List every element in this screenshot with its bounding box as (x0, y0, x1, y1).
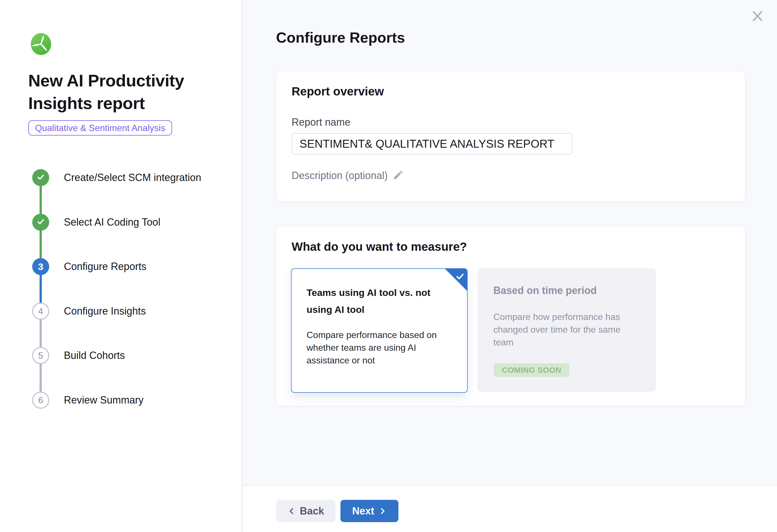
option-teams-vs-no-ai[interactable]: Teams using AI tool vs. not using AI too… (291, 268, 468, 393)
measure-heading: What do you want to measure? (292, 240, 467, 254)
step-label-configure-reports[interactable]: Configure Reports (64, 261, 146, 272)
description-label[interactable]: Description (optional) (292, 170, 387, 181)
report-type-badge: Qualitative & Sentiment Analysis (28, 120, 172, 136)
pencil-icon[interactable] (393, 170, 404, 181)
propeller-icon (30, 33, 51, 55)
check-icon (36, 217, 45, 228)
chevron-right-icon (378, 507, 387, 515)
step-number: 6 (38, 395, 43, 405)
step-connector-1 (39, 184, 42, 216)
step-number: 4 (38, 306, 43, 316)
back-button[interactable]: Back (276, 500, 335, 522)
option-time-period: Based on time period Compare how perform… (477, 268, 656, 392)
step-label-ai-tool[interactable]: Select AI Coding Tool (64, 216, 160, 228)
report-overview-heading: Report overview (292, 85, 384, 98)
next-label: Next (352, 505, 374, 517)
option-title: Based on time period (493, 285, 635, 296)
check-icon (36, 172, 45, 183)
step-number: 3 (38, 261, 43, 272)
report-name-label: Report name (292, 116, 350, 128)
step-connector-4 (39, 317, 42, 349)
step-label-build-cohorts[interactable]: Build Cohorts (64, 350, 125, 362)
step-connector-5 (39, 362, 42, 394)
report-overview-card: Report overview Report name Description … (276, 71, 745, 202)
step-indicator-ai-tool[interactable] (32, 214, 49, 231)
back-label: Back (300, 505, 324, 517)
step-indicator-configure-reports[interactable]: 3 (32, 258, 49, 275)
step-number: 5 (38, 351, 43, 361)
option-description: Compare performance based on whether tea… (307, 329, 445, 367)
wizard-page: New AI Productivity Insights report Qual… (0, 0, 777, 532)
measure-card: What do you want to measure? Teams using… (276, 226, 745, 406)
option-description: Compare how performance has changed over… (493, 311, 626, 349)
option-title: Teams using AI tool vs. not using AI too… (307, 284, 448, 318)
close-icon[interactable] (750, 8, 765, 23)
chevron-left-icon (287, 507, 296, 515)
description-row[interactable]: Description (optional) (292, 170, 404, 181)
step-label-configure-insights[interactable]: Configure Insights (64, 305, 146, 317)
wizard-title: New AI Productivity Insights report (28, 70, 212, 115)
next-button[interactable]: Next (340, 500, 399, 522)
step-connector-3 (39, 273, 42, 305)
step-connector-2 (39, 229, 42, 260)
step-label-review-summary[interactable]: Review Summary (64, 394, 143, 406)
step-indicator-build-cohorts[interactable]: 5 (32, 347, 49, 364)
step-indicator-review-summary[interactable]: 6 (32, 392, 49, 409)
step-label-scm[interactable]: Create/Select SCM integration (64, 172, 201, 183)
coming-soon-badge: COMING SOON (494, 364, 569, 377)
step-indicator-configure-insights[interactable]: 4 (32, 303, 49, 320)
step-indicator-scm[interactable] (32, 169, 49, 186)
sidebar: New AI Productivity Insights report Qual… (0, 0, 242, 532)
check-icon (455, 271, 465, 283)
panel-title: Configure Reports (276, 29, 405, 46)
report-name-input[interactable] (292, 133, 572, 154)
